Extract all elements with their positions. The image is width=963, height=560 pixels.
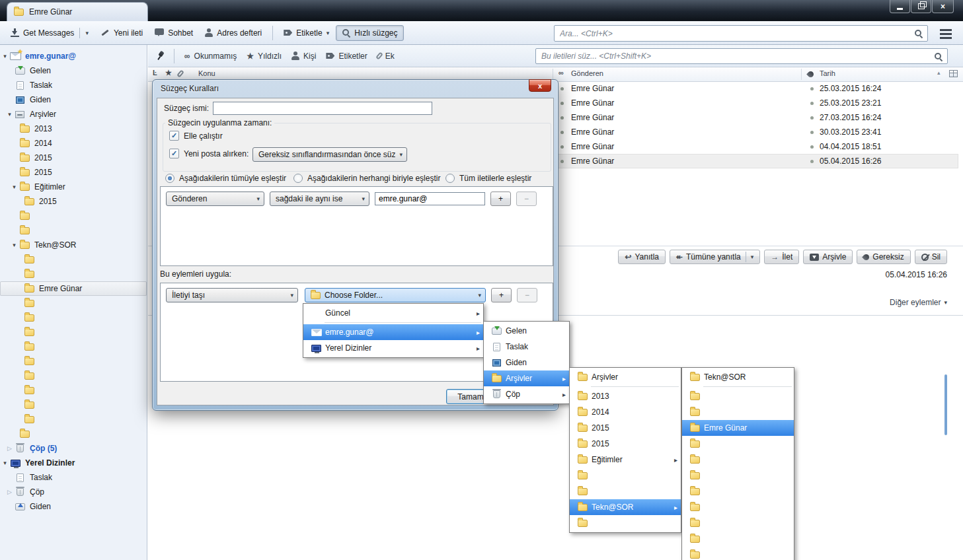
scrollbar-thumb[interactable] [944, 374, 947, 435]
message-filter-input[interactable] [535, 48, 948, 64]
twisty-collapsed-icon[interactable]: ▷ [6, 489, 13, 495]
menu-item-folder[interactable] [682, 404, 794, 420]
column-picker-icon[interactable] [949, 70, 958, 77]
checkbox-checked-icon[interactable]: ✓ [169, 149, 179, 158]
archive-button[interactable]: Arşivle [803, 250, 853, 264]
checkbox-checked-icon[interactable]: ✓ [169, 131, 179, 141]
twisty-expanded-icon[interactable]: ▾ [11, 184, 18, 190]
sidebar-item-2015[interactable]: 2015 [0, 165, 147, 180]
condition-field-select[interactable]: Gönderen ▾ [166, 192, 264, 206]
sidebar-item-taslak[interactable]: Taslak [0, 470, 147, 485]
sidebar-item-folder[interactable] [0, 339, 147, 354]
menu-item-tekn@sor[interactable]: Tekn@SOR [682, 369, 794, 385]
sidebar-item-folder[interactable] [0, 383, 147, 398]
sidebar-item-2013[interactable]: 2013 [0, 122, 147, 136]
global-search-input[interactable] [554, 25, 928, 42]
radio-icon[interactable] [293, 174, 303, 183]
filter-unread-toggle[interactable]: ∞ Okunmamış [184, 52, 237, 61]
menu-item-2015[interactable]: 2015 [570, 420, 681, 436]
menu-item-folder[interactable] [570, 515, 681, 531]
quick-filter-button[interactable]: Hızlı süzgeç [336, 25, 403, 41]
menu-item-yerel-dizinler[interactable]: Yerel Dizinler▸ [303, 340, 483, 356]
sidebar-item-emre-gunar@[interactable]: ▾★emre.gunar@ [0, 49, 147, 63]
restore-button[interactable] [911, 0, 931, 13]
message-row[interactable]: Emre Günar25.03.2015 23:21 [555, 96, 958, 110]
menu-item-folder[interactable] [682, 483, 794, 499]
read-dot-icon[interactable] [560, 102, 564, 105]
new-mail-checkbox[interactable]: ✓ Yeni posta alırken: [169, 149, 249, 158]
chevron-down-icon[interactable]: ▾ [751, 254, 754, 260]
radio-selected-icon[interactable] [165, 174, 174, 183]
other-actions-button[interactable]: Diğer eylemler ▾ [890, 298, 947, 307]
menu-item-folder[interactable] [682, 452, 794, 468]
menu-item-taslak[interactable]: Taslak [484, 339, 569, 355]
menu-item-folder[interactable] [570, 468, 681, 483]
column-subject[interactable]: Konu [198, 69, 215, 77]
radio-icon[interactable] [445, 174, 455, 183]
sidebar-item-p-5[interactable]: ▷Çöp (5) [0, 441, 147, 456]
read-dot-icon[interactable] [560, 160, 564, 163]
menu-item-emre-g-nar[interactable]: Emre Günar [682, 420, 794, 436]
star-column-icon[interactable]: ★ [165, 69, 172, 77]
reply-button[interactable]: ↩ Yanıtla [618, 250, 666, 264]
read-dot-icon[interactable] [560, 145, 564, 149]
twisty-collapsed-icon[interactable]: ▷ [6, 445, 13, 452]
filter-attachment-toggle[interactable]: Ek [377, 52, 395, 61]
message-row[interactable]: Emre Günar05.04.2015 16:26 [555, 154, 958, 168]
column-sender[interactable]: Gönderen [571, 69, 603, 77]
filter-tags-toggle[interactable]: Etiketler [326, 52, 367, 61]
thread-column-icon[interactable]: Ŀ [153, 69, 157, 77]
filter-name-input[interactable] [213, 102, 432, 115]
add-condition-button[interactable]: + [490, 192, 511, 206]
remove-action-button[interactable]: − [517, 288, 537, 302]
read-dot-icon[interactable] [560, 87, 564, 90]
chat-button[interactable]: Sohbet [149, 26, 198, 40]
sidebar-item-gelen[interactable]: Gelen [0, 63, 147, 78]
filter-contact-toggle[interactable]: Kişi [291, 52, 316, 61]
sidebar-item-folder[interactable] [0, 354, 147, 368]
sidebar-item-folder[interactable] [0, 325, 147, 339]
menu-item-ar-ivler[interactable]: Arşivler [570, 369, 681, 385]
filter-starred-toggle[interactable]: ★ Yıldızlı [247, 52, 282, 61]
sidebar-item-folder[interactable] [0, 267, 147, 281]
sidebar-item-folder[interactable] [0, 412, 147, 427]
menu-item-gelen[interactable]: Gelen [484, 323, 569, 339]
menu-item-folder[interactable] [570, 483, 681, 499]
add-action-button[interactable]: + [491, 288, 512, 302]
new-message-button[interactable]: Yeni ileti [95, 26, 148, 40]
action-type-select[interactable]: İletiyi taşı ▾ [166, 288, 298, 302]
message-row[interactable]: Emre Günar30.03.2015 23:41 [555, 125, 958, 139]
app-menu-button[interactable] [934, 26, 958, 41]
menu-item-p[interactable]: Çöp▸ [484, 386, 569, 402]
get-messages-button[interactable]: Get Messages ▾ [5, 25, 94, 41]
sidebar-item-taslak[interactable]: Taslak [0, 78, 147, 92]
junk-timing-select[interactable]: Gereksiz sınıflandırmasından önce süz ▾ [252, 147, 407, 162]
forward-button[interactable]: → İlet [764, 250, 799, 264]
twisty-expanded-icon[interactable]: ▾ [11, 242, 18, 248]
read-dot-icon[interactable] [560, 116, 564, 120]
sidebar-item-emre-g-nar[interactable]: Emre Günar [0, 281, 147, 296]
sidebar-item-folder[interactable] [0, 398, 147, 412]
dialog-close-button[interactable]: x [529, 79, 551, 92]
menu-item-folder[interactable] [682, 436, 794, 452]
condition-value-input[interactable] [375, 192, 485, 205]
sidebar-item-tekn@sor[interactable]: ▾Tekn@SOR [0, 238, 147, 252]
sidebar-item-folder[interactable] [0, 296, 147, 310]
sidebar-item-p[interactable]: ▷Çöp [0, 485, 147, 499]
menu-item-ar-ivler[interactable]: Arşivler▸ [484, 370, 569, 386]
reply-all-button[interactable]: ↞ Tümüne yanıtla ▾ [670, 250, 760, 264]
message-row[interactable]: Emre Günar04.04.2015 18:51 [555, 139, 958, 154]
twisty-expanded-icon[interactable]: ▾ [6, 111, 13, 118]
sidebar-item-yerel-dizinler[interactable]: ▾Yerel Dizinler [0, 456, 147, 470]
menu-item-folder[interactable] [682, 515, 794, 531]
address-book-button[interactable]: Adres defteri [200, 26, 267, 40]
chevron-down-icon[interactable]: ▾ [85, 30, 89, 36]
menu-item-e-itimler[interactable]: Eğitimler▸ [570, 452, 681, 468]
menu-item-g-ncel[interactable]: Güncel▸ [303, 305, 483, 321]
folder-picker-select[interactable]: Choose Folder... ▾ [305, 288, 486, 302]
message-row[interactable]: Emre Günar27.03.2015 16:24 [555, 110, 958, 125]
menu-item-2014[interactable]: 2014 [570, 404, 681, 420]
junk-dot-icon[interactable] [810, 116, 814, 120]
sidebar-item-2015[interactable]: 2015 [0, 194, 147, 209]
read-dot-icon[interactable] [560, 131, 564, 134]
